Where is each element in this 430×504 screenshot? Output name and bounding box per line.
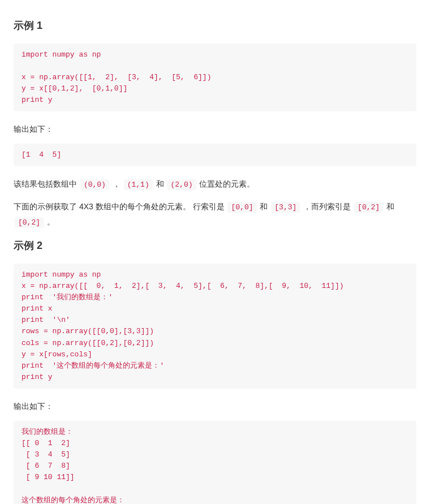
example2-output-label: 输出如下： (14, 399, 416, 414)
text: ，而列索引是 (303, 202, 351, 211)
example1-desc: 该结果包括数组中 (0,0) ， (1,1) 和 (2,0) 位置处的元素。 (14, 176, 416, 192)
example1-heading: 示例 1 (14, 17, 416, 35)
text: 下面的示例获取了 4X3 数组中的每个角处的元素。 行索引是 (14, 202, 225, 211)
text: 和 (260, 202, 268, 211)
example1-output-label: 输出如下： (14, 122, 416, 137)
inline-code-colidx2: [0,2] (15, 217, 44, 228)
example2-code: import numpy as np x = np.array([[ 0, 1,… (14, 264, 416, 389)
example1-para2: 下面的示例获取了 4X3 数组中的每个角处的元素。 行索引是 [0,0] 和 [… (14, 199, 416, 230)
inline-code-rowidx2: [3,3] (271, 202, 300, 213)
text: 。 (47, 217, 55, 226)
text: 和 (156, 179, 164, 188)
inline-code-rowidx1: [0,0] (227, 202, 256, 213)
example1-code: import numpy as np x = np.array([[1, 2],… (14, 44, 416, 112)
text: 位置处的元素。 (199, 179, 255, 188)
example1-output: [1 4 5] (14, 144, 416, 166)
inline-code-pos2: (1,1) (124, 179, 153, 190)
example2-output: 我们的数组是： [[ 0 1 2] [ 3 4 5] (14, 421, 416, 504)
inline-code-colidx1: [0,2] (354, 202, 383, 213)
text: 该结果包括数组中 (14, 179, 77, 188)
example2-heading: 示例 2 (14, 237, 416, 255)
text: 和 (386, 202, 394, 211)
inline-code-pos1: (0,0) (80, 179, 109, 190)
text: ， (113, 179, 121, 188)
inline-code-pos3: (2,0) (167, 179, 196, 190)
